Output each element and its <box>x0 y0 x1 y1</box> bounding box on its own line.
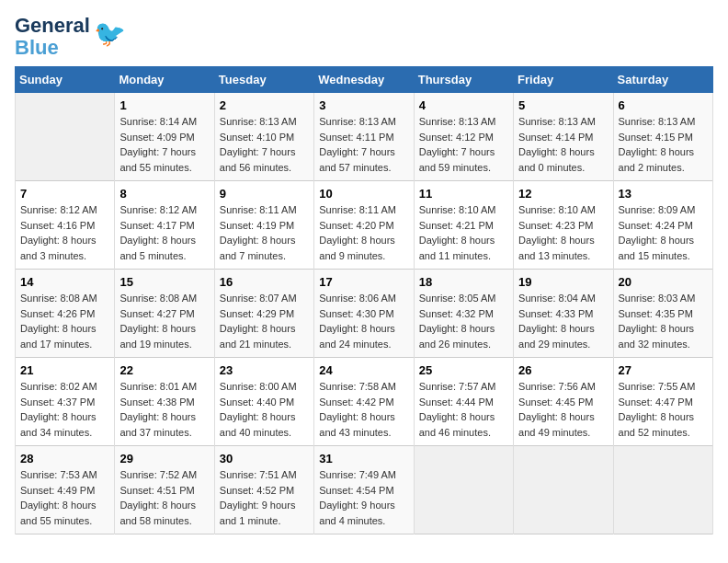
calendar-cell <box>613 446 712 534</box>
calendar-cell: 19Sunrise: 8:04 AMSunset: 4:33 PMDayligh… <box>514 270 613 358</box>
day-number: 1 <box>119 98 209 112</box>
calendar-cell: 27Sunrise: 7:55 AMSunset: 4:47 PMDayligh… <box>613 358 712 446</box>
calendar-cell: 31Sunrise: 7:49 AMSunset: 4:54 PMDayligh… <box>314 446 414 534</box>
day-number: 10 <box>319 187 408 201</box>
calendar-cell: 1Sunrise: 8:14 AMSunset: 4:09 PMDaylight… <box>115 93 214 181</box>
calendar-cell: 6Sunrise: 8:13 AMSunset: 4:15 PMDaylight… <box>613 93 712 181</box>
day-number: 25 <box>419 363 508 377</box>
calendar-cell: 13Sunrise: 8:09 AMSunset: 4:24 PMDayligh… <box>613 181 712 270</box>
calendar-cell: 9Sunrise: 8:11 AMSunset: 4:19 PMDaylight… <box>214 181 313 270</box>
day-info: Sunrise: 8:13 AMSunset: 4:14 PMDaylight:… <box>518 114 608 175</box>
calendar-cell: 20Sunrise: 8:03 AMSunset: 4:35 PMDayligh… <box>613 270 712 358</box>
day-info: Sunrise: 8:08 AMSunset: 4:27 PMDaylight:… <box>119 291 209 351</box>
day-info: Sunrise: 7:56 AMSunset: 4:45 PMDaylight:… <box>518 379 608 440</box>
day-info: Sunrise: 8:06 AMSunset: 4:30 PMDaylight:… <box>319 291 408 351</box>
calendar-cell: 28Sunrise: 7:53 AMSunset: 4:49 PMDayligh… <box>16 446 115 534</box>
calendar-cell: 30Sunrise: 7:51 AMSunset: 4:52 PMDayligh… <box>214 446 313 534</box>
day-number: 15 <box>119 275 209 289</box>
day-info: Sunrise: 8:11 AMSunset: 4:20 PMDaylight:… <box>319 202 408 263</box>
day-info: Sunrise: 8:08 AMSunset: 4:26 PMDaylight:… <box>20 291 109 351</box>
day-info: Sunrise: 7:53 AMSunset: 4:49 PMDaylight:… <box>20 467 109 528</box>
day-number: 26 <box>518 363 608 377</box>
calendar-cell: 26Sunrise: 7:56 AMSunset: 4:45 PMDayligh… <box>514 358 613 446</box>
day-info: Sunrise: 7:49 AMSunset: 4:54 PMDaylight:… <box>319 467 408 528</box>
day-number: 3 <box>319 98 408 112</box>
calendar-week-row: 1Sunrise: 8:14 AMSunset: 4:09 PMDaylight… <box>16 93 713 181</box>
day-info: Sunrise: 8:13 AMSunset: 4:15 PMDaylight:… <box>619 114 708 175</box>
day-number: 21 <box>20 363 109 377</box>
day-number: 14 <box>20 275 109 289</box>
day-info: Sunrise: 8:00 AMSunset: 4:40 PMDaylight:… <box>220 379 309 440</box>
calendar-cell: 7Sunrise: 8:12 AMSunset: 4:16 PMDaylight… <box>16 181 115 270</box>
header-monday: Monday <box>115 67 214 93</box>
day-number: 4 <box>419 98 508 112</box>
day-number: 8 <box>119 187 209 201</box>
calendar-week-row: 7Sunrise: 8:12 AMSunset: 4:16 PMDaylight… <box>16 181 713 270</box>
day-info: Sunrise: 8:13 AMSunset: 4:11 PMDaylight:… <box>319 114 408 175</box>
calendar-cell: 18Sunrise: 8:05 AMSunset: 4:32 PMDayligh… <box>414 270 513 358</box>
day-info: Sunrise: 8:10 AMSunset: 4:21 PMDaylight:… <box>419 202 508 263</box>
day-info: Sunrise: 8:13 AMSunset: 4:10 PMDaylight:… <box>220 114 309 175</box>
day-info: Sunrise: 8:02 AMSunset: 4:37 PMDaylight:… <box>20 379 109 440</box>
logo: GeneralBlue 🐦 <box>15 15 126 59</box>
calendar-week-row: 21Sunrise: 8:02 AMSunset: 4:37 PMDayligh… <box>16 358 713 446</box>
logo-bird-icon: 🐦 <box>94 18 126 49</box>
calendar-cell: 2Sunrise: 8:13 AMSunset: 4:10 PMDaylight… <box>214 93 313 181</box>
day-number: 27 <box>619 363 708 377</box>
calendar-cell: 14Sunrise: 8:08 AMSunset: 4:26 PMDayligh… <box>16 270 115 358</box>
day-info: Sunrise: 8:12 AMSunset: 4:17 PMDaylight:… <box>119 202 209 263</box>
calendar-cell: 29Sunrise: 7:52 AMSunset: 4:51 PMDayligh… <box>115 446 214 534</box>
day-info: Sunrise: 8:13 AMSunset: 4:12 PMDaylight:… <box>419 114 508 175</box>
header-wednesday: Wednesday <box>314 67 414 93</box>
calendar-cell <box>414 446 513 534</box>
day-number: 12 <box>518 187 608 201</box>
day-number: 22 <box>119 363 209 377</box>
calendar-week-row: 28Sunrise: 7:53 AMSunset: 4:49 PMDayligh… <box>16 446 713 534</box>
day-info: Sunrise: 7:52 AMSunset: 4:51 PMDaylight:… <box>119 467 209 528</box>
day-info: Sunrise: 8:09 AMSunset: 4:24 PMDaylight:… <box>619 202 708 263</box>
day-info: Sunrise: 8:07 AMSunset: 4:29 PMDaylight:… <box>220 291 309 351</box>
day-number: 11 <box>419 187 508 201</box>
calendar-cell: 3Sunrise: 8:13 AMSunset: 4:11 PMDaylight… <box>314 93 414 181</box>
day-info: Sunrise: 8:01 AMSunset: 4:38 PMDaylight:… <box>119 379 209 440</box>
day-number: 30 <box>220 452 309 465</box>
calendar-cell: 8Sunrise: 8:12 AMSunset: 4:17 PMDaylight… <box>115 181 214 270</box>
calendar-cell: 11Sunrise: 8:10 AMSunset: 4:21 PMDayligh… <box>414 181 513 270</box>
day-info: Sunrise: 7:58 AMSunset: 4:42 PMDaylight:… <box>319 379 408 440</box>
day-number: 13 <box>619 187 708 201</box>
day-info: Sunrise: 8:10 AMSunset: 4:23 PMDaylight:… <box>518 202 608 263</box>
calendar-cell <box>16 93 115 181</box>
header-thursday: Thursday <box>414 67 513 93</box>
calendar-header-row: SundayMondayTuesdayWednesdayThursdayFrid… <box>16 67 713 93</box>
calendar-cell: 21Sunrise: 8:02 AMSunset: 4:37 PMDayligh… <box>16 358 115 446</box>
day-number: 24 <box>319 363 408 377</box>
calendar-cell: 5Sunrise: 8:13 AMSunset: 4:14 PMDaylight… <box>514 93 613 181</box>
day-number: 18 <box>419 275 508 289</box>
day-number: 6 <box>619 98 708 112</box>
header-friday: Friday <box>514 67 613 93</box>
day-info: Sunrise: 7:57 AMSunset: 4:44 PMDaylight:… <box>419 379 508 440</box>
calendar-cell: 22Sunrise: 8:01 AMSunset: 4:38 PMDayligh… <box>115 358 214 446</box>
day-info: Sunrise: 7:51 AMSunset: 4:52 PMDaylight:… <box>220 467 309 528</box>
header: GeneralBlue 🐦 <box>15 15 713 59</box>
day-number: 2 <box>220 98 309 112</box>
day-info: Sunrise: 8:12 AMSunset: 4:16 PMDaylight:… <box>20 202 109 263</box>
day-number: 9 <box>220 187 309 201</box>
day-number: 23 <box>220 363 309 377</box>
day-number: 20 <box>619 275 708 289</box>
day-number: 28 <box>20 452 109 465</box>
day-number: 31 <box>319 452 408 465</box>
day-info: Sunrise: 8:05 AMSunset: 4:32 PMDaylight:… <box>419 291 508 351</box>
calendar-cell <box>514 446 613 534</box>
logo-text: GeneralBlue <box>15 15 90 59</box>
day-info: Sunrise: 8:03 AMSunset: 4:35 PMDaylight:… <box>619 291 708 351</box>
day-info: Sunrise: 8:14 AMSunset: 4:09 PMDaylight:… <box>119 114 209 175</box>
calendar-cell: 15Sunrise: 8:08 AMSunset: 4:27 PMDayligh… <box>115 270 214 358</box>
day-number: 7 <box>20 187 109 201</box>
header-tuesday: Tuesday <box>214 67 313 93</box>
day-number: 19 <box>518 275 608 289</box>
calendar-cell: 12Sunrise: 8:10 AMSunset: 4:23 PMDayligh… <box>514 181 613 270</box>
day-number: 16 <box>220 275 309 289</box>
day-number: 17 <box>319 275 408 289</box>
day-info: Sunrise: 8:11 AMSunset: 4:19 PMDaylight:… <box>220 202 309 263</box>
